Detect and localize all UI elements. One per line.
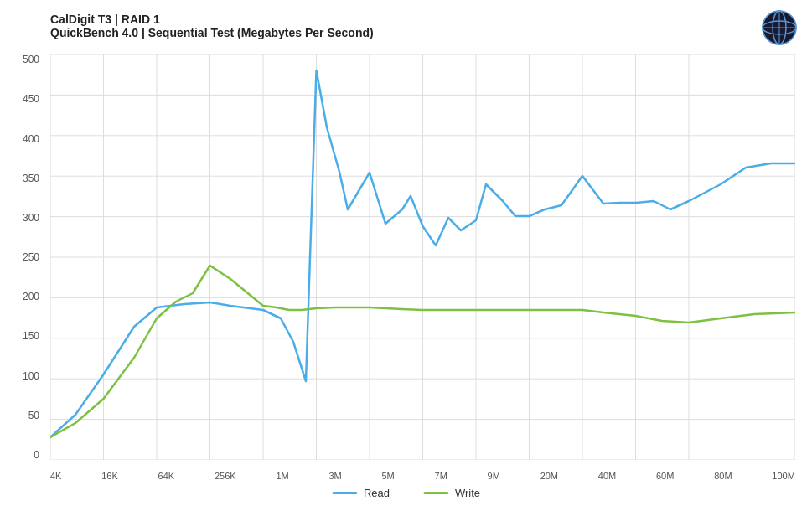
- chart-svg: [50, 54, 795, 460]
- y-label-0: 0: [34, 450, 39, 460]
- write-legend-line: [423, 492, 448, 494]
- x-label-64k: 64K: [158, 471, 175, 481]
- y-label-450: 450: [23, 94, 39, 104]
- x-label-16k: 16K: [101, 471, 118, 481]
- title-block: CalDigit T3 | RAID 1 QuickBench 4.0 | Se…: [50, 13, 374, 39]
- y-label-200: 200: [23, 292, 39, 302]
- title-line2: QuickBench 4.0 | Sequential Test (Megaby…: [50, 26, 374, 39]
- x-axis: 4K 16K 64K 256K 1M 3M 5M 7M 9M 20M 40M 6…: [50, 471, 795, 481]
- x-label-20m: 20M: [540, 471, 558, 481]
- legend-read: Read: [332, 487, 390, 499]
- y-label-150: 150: [23, 331, 39, 341]
- title-line1: CalDigit T3 | RAID 1: [50, 13, 374, 26]
- legend-write: Write: [423, 487, 480, 499]
- x-label-5m: 5M: [381, 471, 394, 481]
- y-label-300: 300: [23, 213, 39, 223]
- chart-area: [50, 54, 795, 460]
- read-legend-label: Read: [364, 487, 390, 499]
- x-label-60m: 60M: [656, 471, 674, 481]
- x-label-80m: 80M: [714, 471, 732, 481]
- read-legend-line: [332, 492, 357, 494]
- y-label-400: 400: [23, 134, 39, 144]
- y-label-500: 500: [23, 54, 39, 65]
- x-label-40m: 40M: [598, 471, 616, 481]
- x-label-9m: 9M: [488, 471, 500, 481]
- x-label-7m: 7M: [435, 471, 447, 481]
- y-label-100: 100: [23, 371, 39, 381]
- x-label-100m: 100M: [772, 471, 795, 481]
- x-label-3m: 3M: [328, 471, 341, 481]
- x-label-4k: 4K: [50, 471, 61, 481]
- legend: Read Write: [332, 487, 480, 499]
- x-label-1m: 1M: [276, 471, 288, 481]
- write-legend-label: Write: [455, 487, 480, 499]
- y-label-350: 350: [23, 173, 39, 183]
- y-label-50: 50: [28, 410, 39, 421]
- chart-container: CalDigit T3 | RAID 1 QuickBench 4.0 | Se…: [0, 0, 812, 506]
- y-axis: 0 50 100 150 200 250 300 350 400 450 500: [0, 54, 46, 460]
- x-label-256k: 256K: [215, 471, 236, 481]
- y-label-250: 250: [23, 252, 39, 262]
- logo-icon: [762, 10, 797, 45]
